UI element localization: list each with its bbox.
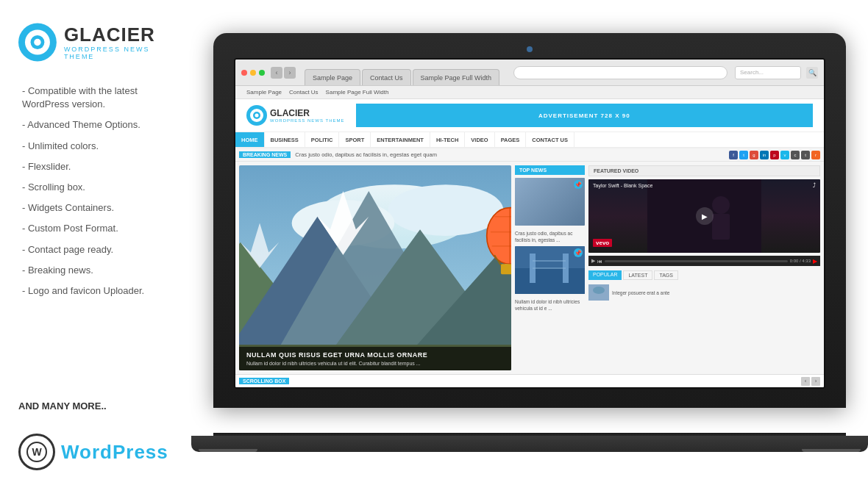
- social-linkedin[interactable]: in: [760, 151, 769, 159]
- social-vimeo[interactable]: v: [780, 151, 789, 159]
- nav-pages[interactable]: PAGES: [495, 132, 527, 147]
- right-panel: ‹ › Sample Page Contact Us Sample Page F…: [191, 0, 868, 485]
- website-tab-contact[interactable]: Contact Us: [289, 89, 319, 96]
- video-play-ctrl[interactable]: ▶: [591, 258, 595, 264]
- forward-arrow[interactable]: ›: [284, 67, 296, 79]
- svg-point-38: [712, 196, 730, 214]
- nav-politic[interactable]: POLITIC: [305, 132, 340, 147]
- browser-tab-3[interactable]: Sample Page Full Width: [413, 69, 500, 85]
- logo-tagline: WORDPRESS NEWS THEME: [64, 46, 177, 60]
- social-rss[interactable]: r: [811, 151, 820, 159]
- nav-entertainment[interactable]: ENTERTAINMENT: [371, 132, 430, 147]
- nav-contact[interactable]: CONTACT US: [526, 132, 574, 147]
- social-camera[interactable]: c: [791, 151, 800, 159]
- logo-text: GLACIER WORDPRESS NEWS THEME: [64, 25, 177, 60]
- popular-item: Integer posuere erat a ante: [588, 284, 820, 301]
- website-tab-fullwidth[interactable]: Sample Page Full Width: [326, 89, 389, 96]
- featured-desc: Nullam id dolor id nibh ultricies vehicu…: [246, 361, 504, 366]
- svg-text:W: W: [32, 446, 42, 458]
- website-logo: GLACIER WORDPRESS NEWS THEME: [246, 105, 345, 126]
- svg-rect-26: [501, 264, 511, 274]
- svg-point-3: [34, 39, 40, 46]
- search-placeholder: Search...: [740, 69, 764, 76]
- breaking-badge: BREAKING NEWS: [239, 151, 291, 158]
- browser-search-icon[interactable]: 🔍: [806, 67, 818, 79]
- video-title-bar: Taylor Swift - Blank Space ⤴: [588, 179, 820, 192]
- browser-close-dot: [241, 70, 247, 76]
- video-title: Taylor Swift - Blank Space: [593, 183, 652, 188]
- website-logo-sub: WORDPRESS NEWS THEME: [270, 118, 345, 123]
- nav-hitech[interactable]: HI-TECH: [430, 132, 465, 147]
- brand-logo: GLACIER WORDPRESS NEWS THEME: [18, 22, 177, 62]
- youtube-logo: ▶: [813, 258, 817, 265]
- scroll-next-button[interactable]: ›: [811, 377, 820, 386]
- video-play-button[interactable]: ▶: [696, 207, 714, 225]
- feature-item: - Flexslider.: [18, 160, 177, 173]
- nav-business[interactable]: BUSINESS: [265, 132, 305, 147]
- nav-video[interactable]: VIDEO: [465, 132, 494, 147]
- browser-nav-buttons: ‹ ›: [271, 67, 296, 79]
- svg-rect-39: [712, 214, 730, 240]
- svg-point-41: [593, 287, 605, 294]
- vevo-logo: vevo: [593, 239, 612, 247]
- feature-item: - Logo and favicon Uploader.: [18, 284, 177, 298]
- social-icons-bar: f t g in p v c t r: [729, 151, 820, 159]
- video-thumbnail: ▶ Taylor Swift - Blank Space ⤴ vevo: [588, 179, 820, 253]
- nav-home[interactable]: HOME: [235, 132, 265, 147]
- back-arrow[interactable]: ‹: [271, 67, 282, 79]
- wordpress-logo: W WordPress: [18, 434, 177, 470]
- social-google[interactable]: g: [750, 151, 758, 159]
- popular-thumb-img: [588, 284, 609, 301]
- laptop-base: [191, 436, 868, 452]
- news-thumb-pin-2: 📌: [574, 248, 583, 257]
- latest-tab[interactable]: LATEST: [623, 270, 652, 280]
- social-facebook[interactable]: f: [729, 151, 738, 159]
- logo-name: GLACIER: [64, 25, 177, 44]
- video-prev-ctrl[interactable]: ⏮: [597, 259, 602, 264]
- browser-tab-2[interactable]: Contact Us: [362, 69, 411, 85]
- nav-sport[interactable]: SPORT: [339, 132, 371, 147]
- video-progress-bar[interactable]: [605, 260, 788, 262]
- browser-expand-dot: [259, 70, 265, 76]
- website-main-nav: HOME BUSINESS POLITIC SPORT ENTERTAINMEN…: [235, 132, 824, 148]
- browser-tabs: Sample Page Contact Us Sample Page Full …: [305, 60, 506, 85]
- top-news-header: TOP NEWS: [515, 165, 585, 175]
- browser-address-bar[interactable]: [513, 66, 728, 79]
- popular-thumb: [588, 284, 609, 301]
- news-thumb-1: 📌: [515, 178, 585, 226]
- browser-search[interactable]: Search...: [735, 66, 801, 79]
- feature-item: - Unlimited colors.: [18, 140, 177, 153]
- popular-tabs: POPULAR LATEST TAGS: [588, 270, 820, 280]
- svg-point-12: [388, 184, 503, 236]
- website-tab-samplepage[interactable]: Sample Page: [246, 89, 282, 96]
- social-tumblr[interactable]: t: [801, 151, 810, 159]
- wp-icon: W: [26, 441, 48, 463]
- browser-minimize-dot: [250, 70, 256, 76]
- top-news-column: TOP NEWS 📌 Cras justo odio, dapibus ac f…: [515, 165, 585, 370]
- breaking-text: Cras justo odio, dapibus ac facilisis in…: [295, 151, 725, 158]
- ad-text: ADVERTISEMENT 728 X 90: [538, 112, 630, 119]
- featured-landscape-svg: [239, 165, 511, 370]
- laptop-screen: ‹ › Sample Page Contact Us Sample Page F…: [234, 58, 825, 389]
- laptop-body: ‹ › Sample Page Contact Us Sample Page F…: [213, 33, 846, 408]
- feature-item: - Breaking news.: [18, 264, 177, 277]
- laptop-foot-right: [802, 449, 861, 452]
- website-logo-name: GLACIER: [270, 108, 345, 118]
- news-thumb-pin-1: 📌: [574, 180, 583, 189]
- website-content: Sample Page Contact Us Sample Page Full …: [235, 86, 824, 389]
- video-share-icon[interactable]: ⤴: [813, 182, 816, 189]
- browser-tab-1[interactable]: Sample Page: [305, 69, 360, 85]
- website-main-content: NULLAM QUIS RISUS EGET URNA MOLLIS ORNAR…: [235, 162, 824, 374]
- feature-item: - Advanced Theme Options.: [18, 118, 177, 132]
- feature-item: - Custom Post Format.: [18, 222, 177, 235]
- feature-item: - Scrolling box.: [18, 181, 177, 194]
- feature-item: - Contact page ready.: [18, 243, 177, 256]
- social-pinterest[interactable]: p: [770, 151, 779, 159]
- tags-tab[interactable]: TAGS: [654, 270, 678, 280]
- scroll-prev-button[interactable]: ‹: [801, 377, 810, 386]
- website-header: GLACIER WORDPRESS NEWS THEME ADVERTISEME…: [235, 99, 824, 132]
- and-more-text: AND MANY MORE..: [18, 400, 177, 412]
- featured-video-header: FEATURED VIDEO: [588, 165, 820, 176]
- social-twitter[interactable]: t: [739, 151, 748, 159]
- popular-tab[interactable]: POPULAR: [588, 270, 622, 280]
